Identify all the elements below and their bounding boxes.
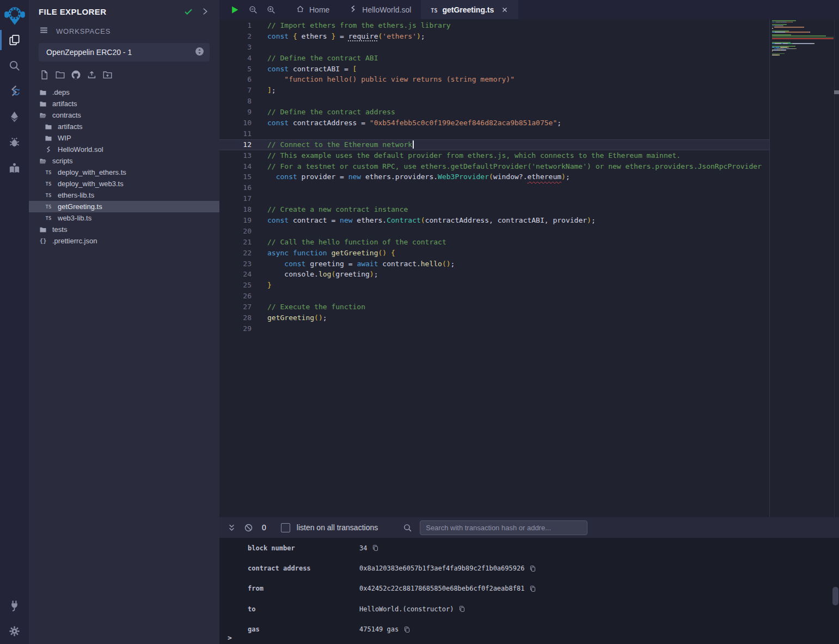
expand-terminal-icon[interactable] [227, 523, 236, 532]
tab-label: Home [309, 5, 329, 14]
line-content: ]; [252, 85, 276, 96]
transaction-detail-row: toHelloWorld.(constructor) [219, 599, 839, 619]
line-number: 12 [219, 139, 252, 150]
search-icon [403, 523, 412, 532]
copy-icon[interactable] [529, 585, 536, 592]
sidebar-item-debugger[interactable] [0, 130, 29, 155]
typescript-icon: TS [46, 181, 52, 187]
line-content [252, 323, 267, 334]
line-content: const contract = new ethers.Contract(con… [252, 215, 596, 226]
code-line: 1// Import ethers from the ethers.js lib… [219, 20, 769, 31]
line-content: const contractAddress = "0xb54febb5c0c0f… [252, 118, 561, 128]
folder-closed-icon [39, 100, 47, 108]
json-icon: {} [39, 237, 46, 244]
copy-icon[interactable] [458, 605, 466, 612]
line-content: "function hello() public view returns (s… [252, 74, 515, 85]
github-icon[interactable] [70, 69, 81, 80]
tree-item-label: artifacts [58, 122, 83, 131]
folder-open-icon [39, 111, 47, 120]
detail-value: 475149 gas [359, 625, 411, 633]
sidebar-item-learn[interactable] [0, 155, 29, 181]
tree-item-artifacts[interactable]: artifacts [29, 121, 219, 132]
code-line: 18// Create a new contract instance [219, 204, 769, 215]
workspace-select[interactable]: OpenZeppelin ERC20 - 1 [39, 43, 210, 62]
load-folder-icon[interactable] [102, 69, 113, 80]
sidebar-item-search[interactable] [0, 53, 29, 78]
clear-console-icon[interactable] [244, 523, 253, 532]
code-line: 17 [219, 193, 769, 204]
tree-item-WIP[interactable]: WIP [29, 132, 219, 144]
sort-icon [195, 47, 204, 58]
detail-value: HelloWorld.(constructor) [359, 605, 466, 613]
terminal-search-input[interactable] [420, 520, 587, 535]
line-content [252, 291, 267, 302]
tree-item-deploy_with_ethers.ts[interactable]: TSdeploy_with_ethers.ts [29, 167, 219, 178]
sidebar-item-plugin-manager[interactable] [0, 593, 29, 618]
line-content: async function getGreeting() { [252, 248, 395, 259]
json-icon: {} [39, 237, 47, 246]
tab-Home[interactable]: Home [286, 0, 339, 19]
zoom-in-button[interactable] [267, 5, 275, 14]
tree-item-getGreeting.ts[interactable]: TSgetGreeting.ts [29, 201, 219, 212]
code-editor[interactable]: 1// Import ethers from the ethers.js lib… [219, 19, 839, 517]
code-line: 7]; [219, 85, 769, 96]
new-file-icon[interactable] [39, 69, 50, 80]
tab-getGreeting.ts[interactable]: TSgetGreeting.ts [421, 0, 518, 19]
tree-item-scripts[interactable]: scripts [29, 155, 219, 167]
copy-icon[interactable] [529, 565, 536, 572]
line-content [252, 128, 267, 139]
tree-item-label: contracts [52, 111, 81, 119]
tab-HelloWorld.sol[interactable]: HelloWorld.sol [339, 0, 421, 19]
zoom-out-button[interactable] [249, 5, 258, 14]
tree-item-ethers-lib.ts[interactable]: TSethers-lib.ts [29, 189, 219, 201]
line-number: 10 [219, 118, 252, 128]
tree-item-label: .deps [52, 88, 70, 96]
code-line: 23 const greeting = await contract.hello… [219, 259, 769, 269]
workspaces-menu-icon[interactable] [39, 25, 49, 38]
tree-item-web3-lib.ts[interactable]: TSweb3-lib.ts [29, 212, 219, 224]
copy-icon[interactable] [403, 626, 411, 633]
check-icon[interactable] [183, 7, 193, 16]
remix-logo-icon[interactable] [0, 0, 29, 27]
sidebar-item-settings[interactable] [0, 618, 29, 644]
line-content: console.log(greeting); [252, 269, 378, 280]
chevron-right-icon[interactable] [200, 7, 210, 16]
code-line: 24 console.log(greeting); [219, 269, 769, 280]
sidebar-item-file-explorer[interactable] [0, 27, 29, 53]
tree-item-artifacts[interactable]: artifacts [29, 98, 219, 109]
line-number: 14 [219, 161, 252, 172]
terminal-prompt[interactable]: > [228, 634, 232, 642]
new-folder-icon[interactable] [54, 69, 65, 80]
icon-sidebar [0, 0, 29, 644]
tree-item-HelloWorld.sol[interactable]: HelloWorld.sol [29, 144, 219, 155]
code-line: 25} [219, 280, 769, 291]
tree-item-.deps[interactable]: .deps [29, 87, 219, 98]
line-content [252, 96, 267, 107]
tree-item-label: scripts [52, 157, 73, 165]
scroll-indicator[interactable] [834, 90, 839, 94]
sidebar-item-solidity-compiler[interactable] [0, 78, 29, 104]
close-icon[interactable] [501, 6, 509, 14]
terminal-scrollbar[interactable] [832, 587, 838, 605]
listen-checkbox[interactable] [281, 523, 290, 532]
line-number: 7 [219, 85, 252, 96]
tree-item-deploy_with_web3.ts[interactable]: TSdeploy_with_web3.ts [29, 178, 219, 189]
minimap[interactable] [772, 20, 834, 57]
code-line: 6 "function hello() public view returns … [219, 74, 769, 85]
workspaces-label: WORKSPACES [56, 27, 111, 35]
transaction-detail-row: gas475149 gas [219, 620, 839, 640]
code-line: 9// Define the contract address [219, 107, 769, 118]
code-line: 8 [219, 96, 769, 107]
copy-icon[interactable] [372, 544, 379, 551]
play-button[interactable] [230, 5, 240, 15]
tree-item-contracts[interactable]: contracts [29, 109, 219, 121]
detail-value: 34 [359, 544, 379, 552]
publish-icon[interactable] [86, 69, 97, 80]
line-content: const greeting = await contract.hello(); [252, 259, 455, 269]
tree-item-.prettierrc.json[interactable]: {}.prettierrc.json [29, 235, 219, 247]
transaction-detail-row: contract address0x8a120383e6057b1f3aef4f… [219, 558, 839, 578]
tree-item-tests[interactable]: tests [29, 224, 219, 235]
typescript-icon: TS [46, 193, 52, 198]
line-number: 5 [219, 64, 252, 75]
sidebar-item-deploy-run[interactable] [0, 104, 29, 130]
